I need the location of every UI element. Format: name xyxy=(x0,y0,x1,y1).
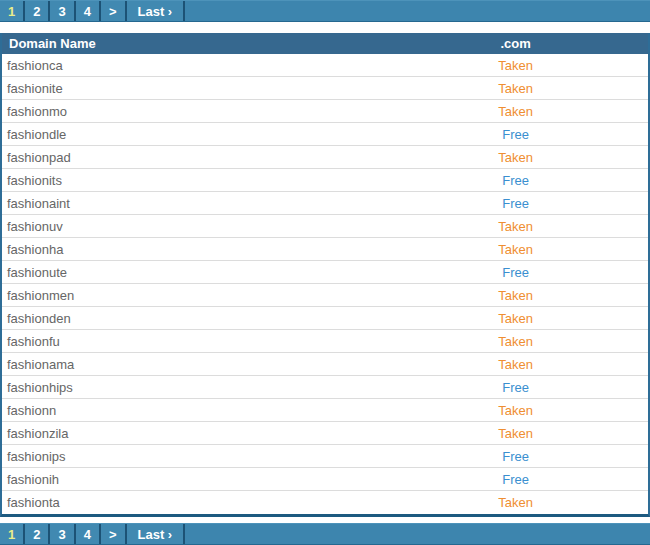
status-cell[interactable]: Free xyxy=(383,196,648,211)
table-row: fashionca Taken xyxy=(2,54,648,77)
status-cell: Taken xyxy=(383,495,648,510)
next-page-button[interactable]: > xyxy=(101,1,127,21)
domain-name-cell: fashionzila xyxy=(2,426,383,441)
page-button-4[interactable]: 4 xyxy=(76,524,101,544)
table-row: fashionha Taken xyxy=(2,238,648,261)
status-cell: Taken xyxy=(383,81,648,96)
table-row: fashiondle Free xyxy=(2,123,648,146)
domain-name-cell: fashionmen xyxy=(2,288,383,303)
pagination-bottom: 1234>Last › xyxy=(0,523,650,545)
domain-name-cell: fashionih xyxy=(2,472,383,487)
table-row: fashionpad Taken xyxy=(2,146,648,169)
status-cell: Taken xyxy=(383,58,648,73)
table-row: fashionta Taken xyxy=(2,491,648,514)
table-row: fashionmo Taken xyxy=(2,100,648,123)
domain-name-cell: fashionaint xyxy=(2,196,383,211)
status-cell: Taken xyxy=(383,242,648,257)
status-cell[interactable]: Free xyxy=(383,265,648,280)
table-row: fashionute Free xyxy=(2,261,648,284)
status-cell[interactable]: Free xyxy=(383,127,648,142)
table-row: fashionuv Taken xyxy=(2,215,648,238)
table-header: Domain Name .com xyxy=(2,33,648,54)
domain-name-cell: fashionn xyxy=(2,403,383,418)
table-row: fashionmen Taken xyxy=(2,284,648,307)
status-cell[interactable]: Free xyxy=(383,380,648,395)
domain-name-cell: fashionuv xyxy=(2,219,383,234)
status-cell: Taken xyxy=(383,150,648,165)
table-row: fashionn Taken xyxy=(2,399,648,422)
current-page-indicator: 1 xyxy=(0,1,25,21)
domain-name-cell: fashionpad xyxy=(2,150,383,165)
last-page-button[interactable]: Last › xyxy=(127,1,186,21)
domain-name-cell: fashionits xyxy=(2,173,383,188)
table-row: fashionhips Free xyxy=(2,376,648,399)
table-row: fashionama Taken xyxy=(2,353,648,376)
status-cell[interactable]: Free xyxy=(383,449,648,464)
table-row: fashionaint Free xyxy=(2,192,648,215)
next-page-button[interactable]: > xyxy=(101,524,127,544)
table-row: fashionite Taken xyxy=(2,77,648,100)
pagination-top: 1234>Last › xyxy=(0,0,650,22)
table-row: fashionden Taken xyxy=(2,307,648,330)
table-row: fashionzila Taken xyxy=(2,422,648,445)
domain-name-cell: fashionfu xyxy=(2,334,383,349)
table-row: fashionfu Taken xyxy=(2,330,648,353)
table-row: fashionih Free xyxy=(2,468,648,491)
status-cell: Taken xyxy=(383,219,648,234)
status-cell: Taken xyxy=(383,426,648,441)
table-row: fashionits Free xyxy=(2,169,648,192)
status-cell: Taken xyxy=(383,288,648,303)
column-header-com: .com xyxy=(383,36,648,51)
domain-name-cell: fashionmo xyxy=(2,104,383,119)
column-header-domain-name: Domain Name xyxy=(2,36,383,51)
page-button-4[interactable]: 4 xyxy=(76,1,101,21)
domain-name-cell: fashionips xyxy=(2,449,383,464)
last-page-button[interactable]: Last › xyxy=(127,524,186,544)
table-body: fashionca Taken fashionite Taken fashion… xyxy=(2,54,648,514)
domain-name-cell: fashionite xyxy=(2,81,383,96)
status-cell: Taken xyxy=(383,104,648,119)
status-cell: Taken xyxy=(383,334,648,349)
domain-name-cell: fashionute xyxy=(2,265,383,280)
domain-name-cell: fashionden xyxy=(2,311,383,326)
pagination-filler xyxy=(185,524,650,544)
domain-name-cell: fashionhips xyxy=(2,380,383,395)
domain-name-cell: fashiondle xyxy=(2,127,383,142)
page-button-2[interactable]: 2 xyxy=(25,1,50,21)
page-button-3[interactable]: 3 xyxy=(50,524,75,544)
domain-name-cell: fashionha xyxy=(2,242,383,257)
domain-name-cell: fashionama xyxy=(2,357,383,372)
status-cell: Taken xyxy=(383,357,648,372)
current-page-indicator: 1 xyxy=(0,524,25,544)
page-button-3[interactable]: 3 xyxy=(50,1,75,21)
domain-name-cell: fashionta xyxy=(2,495,383,510)
table-row: fashionips Free xyxy=(2,445,648,468)
domain-table: Domain Name .com fashionca Taken fashion… xyxy=(0,33,650,517)
status-cell: Taken xyxy=(383,403,648,418)
status-cell[interactable]: Free xyxy=(383,173,648,188)
domain-name-cell: fashionca xyxy=(2,58,383,73)
pagination-filler xyxy=(185,1,650,21)
status-cell: Taken xyxy=(383,311,648,326)
page-button-2[interactable]: 2 xyxy=(25,524,50,544)
status-cell[interactable]: Free xyxy=(383,472,648,487)
